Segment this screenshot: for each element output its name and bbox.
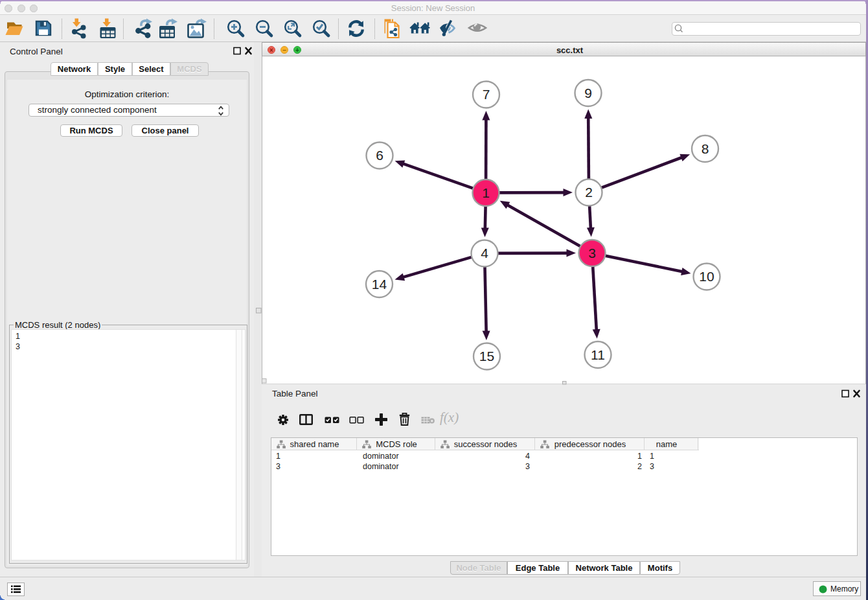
svg-text:3: 3 [588,246,596,260]
svg-text:4: 4 [481,246,488,260]
svg-text:7: 7 [483,87,490,102]
svg-text:14: 14 [372,277,387,292]
svg-text:6: 6 [376,148,383,163]
svg-text:1: 1 [482,185,490,200]
svg-text:15: 15 [479,349,494,363]
svg-text:11: 11 [591,347,605,362]
svg-text:2: 2 [585,185,593,200]
svg-text:8: 8 [702,141,709,156]
svg-text:9: 9 [584,86,592,100]
svg-text:10: 10 [699,269,714,284]
